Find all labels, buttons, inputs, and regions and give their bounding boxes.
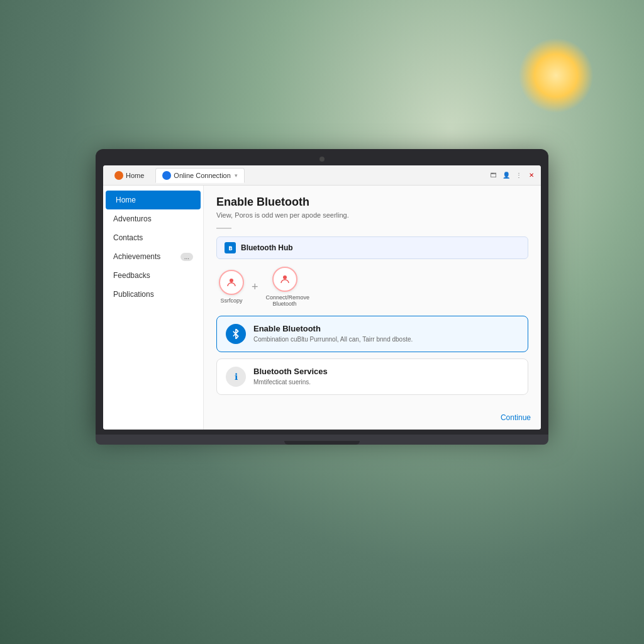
laptop-camera	[319, 157, 325, 162]
sidebar-item-adventuros[interactable]: Adventuros	[103, 209, 203, 228]
device-item-2: Connect/Remove Bluetooth	[266, 267, 304, 307]
tab-home-icon	[114, 171, 123, 180]
laptop-base	[96, 435, 548, 445]
background-light	[518, 38, 594, 113]
user-icon[interactable]: 👤	[502, 171, 511, 180]
sidebar-achievements-label: Achievements	[113, 252, 160, 261]
window-body: Home Adventuros Contacts Achievements ..…	[103, 186, 541, 430]
bluetooth-hub-title: Bluetooth Hub	[241, 243, 293, 252]
page-subtitle: View, Poros is odd wen per apode seerlin…	[216, 211, 528, 219]
option-card-enable-bluetooth[interactable]: Enable Bluetooth Combination cuBltu Purr…	[216, 316, 528, 352]
option-card-bluetooth-services[interactable]: ℹ Bluetooth Services Mmtifecticat suerin…	[216, 358, 528, 395]
sidebar-item-publications[interactable]: Publications	[103, 285, 203, 304]
continue-button[interactable]: Continue	[501, 413, 531, 422]
tab-home-label: Home	[126, 172, 144, 179]
bluetooth-services-desc: Mmtifecticat suerins.	[253, 378, 328, 387]
laptop: Home Online Connection ▾ 🗔 👤 ⋮ ✕	[96, 149, 548, 445]
sidebar-item-contacts[interactable]: Contacts	[103, 228, 203, 247]
content-area: Enable Bluetooth View, Poros is odd wen …	[204, 186, 541, 430]
enable-bluetooth-title: Enable Bluetooth	[253, 324, 413, 333]
window-controls: 🗔 👤 ⋮ ✕	[489, 171, 536, 180]
device-icon-2	[279, 274, 291, 285]
sidebar-adventuros-label: Adventuros	[113, 214, 152, 223]
devices-row: Ssrfcopy + Connect/Remove Bluetooth	[216, 267, 528, 307]
device-item-1: Ssrfcopy	[219, 270, 244, 304]
close-button[interactable]: ✕	[527, 171, 536, 180]
info-icon: ℹ	[235, 372, 238, 382]
divider	[216, 228, 231, 229]
sidebar-publications-label: Publications	[113, 290, 154, 299]
tab-connection-icon	[162, 171, 171, 180]
tab-online-connection[interactable]: Online Connection ▾	[155, 168, 245, 183]
bluetooth-hub-icon: ʙ	[225, 242, 236, 253]
sidebar: Home Adventuros Contacts Achievements ..…	[103, 186, 204, 430]
add-device-icon[interactable]: +	[252, 280, 258, 294]
laptop-screen: Home Online Connection ▾ 🗔 👤 ⋮ ✕	[103, 165, 541, 430]
tab-connection-label: Online Connection	[174, 172, 231, 179]
tab-home[interactable]: Home	[108, 169, 150, 182]
bluetooth-services-title: Bluetooth Services	[253, 367, 328, 376]
enable-bluetooth-desc: Combination cuBltu Purrunnol, All can, T…	[253, 335, 413, 344]
bluetooth-services-text: Bluetooth Services Mmtifecticat suerins.	[253, 367, 328, 387]
device-circle-2	[272, 267, 297, 292]
sidebar-contacts-label: Contacts	[113, 233, 143, 242]
bluetooth-svg-icon	[231, 329, 241, 339]
sidebar-item-achievements[interactable]: Achievements ...	[103, 247, 203, 266]
page-title: Enable Bluetooth	[216, 196, 528, 209]
device-label-1: Ssrfcopy	[220, 297, 242, 304]
sidebar-home-label: Home	[116, 196, 136, 204]
achievements-badge: ...	[180, 253, 193, 261]
device-label-2: Connect/Remove Bluetooth	[266, 294, 304, 307]
bluetooth-hub-section: ʙ Bluetooth Hub	[216, 236, 528, 259]
enable-bluetooth-icon	[226, 324, 246, 344]
enable-bluetooth-text: Enable Bluetooth Combination cuBltu Purr…	[253, 324, 413, 344]
svg-point-1	[283, 275, 287, 279]
svg-point-0	[230, 279, 233, 282]
sidebar-item-home[interactable]: Home	[106, 191, 201, 209]
window-titlebar: Home Online Connection ▾ 🗔 👤 ⋮ ✕	[103, 165, 541, 186]
minimize-button[interactable]: 🗔	[489, 171, 498, 180]
sidebar-feedbacks-label: Feedbacks	[113, 271, 150, 280]
device-icon-1	[226, 277, 237, 288]
more-options-icon[interactable]: ⋮	[514, 171, 523, 180]
tab-dropdown-icon: ▾	[235, 172, 238, 179]
laptop-bezel: Home Online Connection ▾ 🗔 👤 ⋮ ✕	[96, 149, 548, 435]
sidebar-item-feedbacks[interactable]: Feedbacks	[103, 266, 203, 285]
bluetooth-services-icon: ℹ	[226, 367, 246, 387]
bluetooth-symbol: ʙ	[228, 244, 232, 252]
device-circle-1	[219, 270, 244, 295]
